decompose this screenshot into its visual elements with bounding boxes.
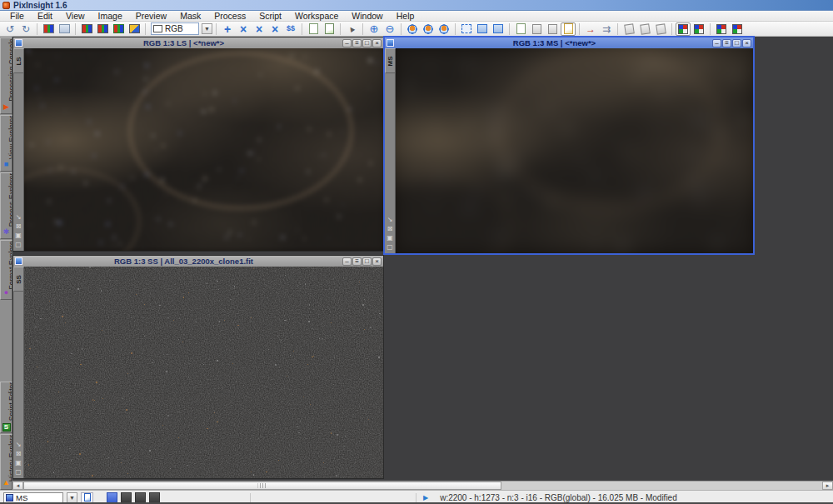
iconize-all-icon[interactable] (57, 22, 72, 36)
hscrollbar-thumb[interactable] (23, 482, 501, 490)
zoom-to-fit-icon[interactable]: × (252, 22, 267, 36)
view-tab-ss[interactable]: SS (13, 267, 24, 292)
view-tab-ms[interactable]: MS (385, 48, 396, 73)
rgb-channel-selector[interactable]: RGB (151, 22, 199, 35)
new-view-icon[interactable] (306, 22, 321, 36)
move-mode-icon[interactable]: + (220, 22, 235, 36)
strip-frame-icon[interactable]: ▢ (14, 467, 23, 477)
preview-edit-icon[interactable] (491, 22, 506, 36)
strip-tile-icon[interactable]: ▣ (14, 231, 23, 240)
strip-crop-icon[interactable]: ⊠ (14, 222, 23, 231)
view-tab-ls[interactable]: LS (13, 48, 24, 73)
sidebar-tab-script-editor[interactable]: Script Editor S (0, 382, 12, 433)
strip-tile-icon[interactable]: ▣ (386, 233, 395, 242)
close-icon[interactable]: × (372, 39, 382, 47)
toolbar-separator (216, 23, 217, 35)
split-view-icon[interactable] (127, 22, 142, 36)
rgb-selector-dropdown-icon[interactable]: ▼ (202, 23, 212, 34)
scroll-right-icon[interactable]: ▸ (822, 482, 833, 490)
shade-icon[interactable]: ≡ (352, 257, 362, 266)
shade-icon[interactable]: ≡ (722, 39, 731, 47)
menu-view[interactable]: View (59, 11, 92, 22)
image-canvas-ls[interactable] (24, 48, 383, 251)
cursor-icon[interactable]: ▲ (342, 19, 362, 38)
scroll-left-icon[interactable]: ◂ (12, 482, 23, 490)
workspace-button-1[interactable] (107, 492, 117, 503)
stf-b-icon[interactable] (730, 22, 745, 36)
strip-frame-icon[interactable]: ▢ (386, 242, 395, 252)
window-titlebar-ms[interactable]: RGB 1:3 MS | <*new*> – ≡ □ × (385, 37, 753, 48)
minimize-icon[interactable]: – (712, 39, 721, 47)
menu-preview[interactable]: Preview (129, 11, 173, 22)
strip-resize-icon[interactable]: ↘ (14, 440, 23, 449)
minimize-icon[interactable]: – (342, 39, 352, 47)
rgb-image-icon[interactable] (79, 22, 94, 36)
sidebar-tab-processing-console[interactable]: Processing Console ▶ (0, 37, 12, 114)
strip-resize-icon[interactable]: ↘ (386, 215, 395, 224)
strip-tile-icon[interactable]: ▣ (14, 458, 23, 467)
menu-mask[interactable]: Mask (173, 11, 207, 22)
clip1-icon[interactable] (621, 22, 636, 36)
menu-process[interactable]: Process (207, 11, 252, 22)
fit-view-icon[interactable]: × (267, 22, 282, 36)
sidebar-tab-history-explorer[interactable]: History Explorer ▲ (0, 434, 12, 490)
stf-a-icon[interactable] (714, 22, 729, 36)
workspace-button-4[interactable] (149, 492, 160, 503)
new-preview-icon[interactable] (459, 22, 474, 36)
clip3-icon[interactable] (653, 22, 668, 36)
new-document-icon[interactable] (81, 492, 93, 503)
doc-active-icon[interactable] (561, 22, 576, 36)
fit-window-icon[interactable]: × (236, 22, 251, 36)
zoom-in-icon[interactable]: ⊕ (367, 22, 382, 36)
stf-auto-icon[interactable] (676, 22, 691, 36)
export-view-icon[interactable] (322, 22, 337, 36)
new-image-icon[interactable] (41, 22, 56, 36)
menu-workspace[interactable]: Workspace (288, 11, 345, 22)
sidebar-tab-process-explorer[interactable]: Process Explorer ✱ (0, 172, 12, 239)
close-icon[interactable]: × (372, 257, 382, 266)
preview-mode-icon[interactable] (475, 22, 490, 36)
maximize-icon[interactable]: □ (362, 39, 372, 47)
doc-green-icon[interactable] (513, 22, 528, 36)
sidebar-tab-view-explorer[interactable]: View Explorer ■ (0, 115, 12, 172)
zoom-out-icon[interactable]: ⊖ (382, 22, 397, 36)
window-titlebar-ls[interactable]: RGB 1:3 LS | <*new*> – ≡ □ × (13, 37, 383, 48)
image-convert-icon[interactable] (111, 22, 126, 36)
strip-crop-icon[interactable]: ⊠ (386, 224, 395, 233)
transfer-all-icon[interactable]: ⇉ (599, 22, 614, 36)
view-selector-dropdown-icon[interactable]: ▼ (67, 492, 77, 503)
menu-script[interactable]: Script (252, 11, 288, 22)
image-canvas-ms[interactable] (396, 48, 753, 253)
redo-icon[interactable]: ↻ (18, 22, 33, 36)
zoom-in-view-icon[interactable] (421, 22, 436, 36)
stf-edit-icon[interactable] (691, 22, 706, 36)
strip-crop-icon[interactable]: ⊠ (14, 449, 23, 458)
zoom-out-view-icon[interactable] (436, 22, 451, 36)
shade-icon[interactable]: ≡ (352, 39, 362, 47)
window-titlebar-ss[interactable]: RGB 1:3 SS | All_03_2200x_clone1.fit – ≡… (13, 256, 383, 267)
close-icon[interactable]: × (742, 39, 751, 47)
doc-gray1-icon[interactable] (529, 22, 544, 36)
extract-channels-icon[interactable] (95, 22, 110, 36)
menu-help[interactable]: Help (390, 11, 421, 22)
sidebar-tab-format-explorer[interactable]: Format Explorer ● (0, 240, 12, 300)
minimize-icon[interactable]: – (342, 257, 352, 266)
undo-icon[interactable]: ↺ (2, 22, 17, 36)
match-zoom-icon[interactable]: $$ (283, 22, 298, 36)
maximize-icon[interactable]: □ (732, 39, 741, 47)
clip2-icon[interactable] (637, 22, 652, 36)
transfer-icon[interactable]: → (583, 22, 598, 36)
view-selector[interactable]: MS (3, 492, 63, 503)
menu-edit[interactable]: Edit (31, 11, 59, 22)
strip-frame-icon[interactable]: ▢ (14, 240, 23, 249)
menu-file[interactable]: File (3, 11, 31, 22)
zoom-11-icon[interactable] (405, 22, 420, 36)
maximize-icon[interactable]: □ (362, 257, 372, 266)
doc-gray2-icon[interactable] (545, 22, 560, 36)
strip-resize-icon[interactable]: ↘ (14, 212, 23, 222)
app-titlebar[interactable]: PixInsight 1.6 (0, 0, 833, 11)
workspace-button-2[interactable] (121, 492, 132, 503)
menu-image[interactable]: Image (92, 11, 129, 22)
image-canvas-ss[interactable] (24, 267, 383, 478)
workspace-button-3[interactable] (135, 492, 146, 503)
